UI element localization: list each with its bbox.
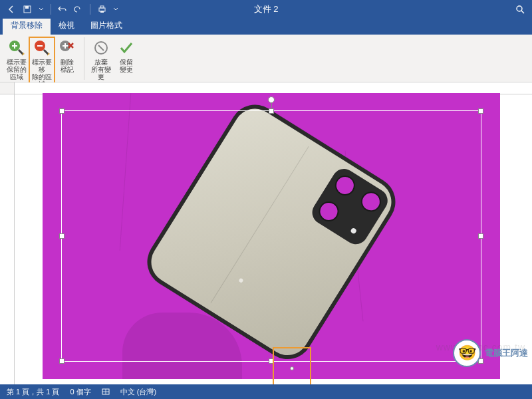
resize-handle[interactable] (269, 108, 274, 114)
ribbon-group-refine: 標示要 保留的區域 標示要移 除的區域 刪除 標記 (4, 37, 84, 80)
delete-mark-icon (58, 39, 76, 57)
qat-menu-icon[interactable] (39, 5, 44, 14)
title-bar: 文件 2 (0, 0, 532, 19)
label: 標記 (61, 66, 74, 73)
undo-icon[interactable] (58, 5, 67, 14)
resize-handle[interactable] (478, 108, 483, 114)
label: 保留的區域 (5, 66, 28, 80)
selection-marquee[interactable] (61, 110, 481, 362)
tab-view[interactable]: 檢視 (51, 17, 82, 35)
ruler-corner (0, 82, 15, 94)
label: 所有變更 (90, 66, 112, 80)
tab-picture-format[interactable]: 圖片格式 (82, 17, 130, 35)
vertical-ruler[interactable] (0, 94, 15, 384)
search-icon[interactable] (515, 4, 525, 15)
quick-access-toolbar (0, 0, 125, 19)
label: 標示要 (7, 59, 27, 66)
watermark-avatar-icon: 🤓 (453, 339, 481, 367)
watermark: 🤓 電腦王阿達 (453, 339, 528, 367)
svg-rect-4 (100, 11, 104, 13)
label: 變更 (120, 66, 133, 73)
delete-mark-button[interactable]: 刪除 標記 (55, 37, 80, 73)
label: 標示要移 (31, 59, 53, 73)
discard-icon (92, 39, 110, 57)
svg-rect-1 (25, 6, 29, 9)
redo-icon[interactable] (74, 5, 83, 14)
mark-remove-button[interactable]: 標示要移 除的區域 (29, 37, 55, 88)
page[interactable]: 點選標示要移除的區域 www.kocpc.com.tw 🤓 電腦王阿達 (15, 94, 532, 384)
discard-changes-button[interactable]: 放棄 所有變更 (88, 37, 114, 80)
resize-handle[interactable] (59, 358, 65, 364)
ribbon-tabs: 背景移除 檢視 圖片格式 (0, 19, 532, 35)
checkmark-icon (117, 39, 136, 57)
resize-handle[interactable] (59, 108, 65, 114)
rotate-handle[interactable] (268, 96, 275, 103)
keep-changes-button[interactable]: 保留 變更 (114, 37, 139, 73)
document-canvas[interactable]: 點選標示要移除的區域 www.kocpc.com.tw 🤓 電腦王阿達 (0, 82, 532, 384)
print-icon[interactable] (97, 5, 106, 14)
mark-keep-button[interactable]: 標示要 保留的區域 (4, 37, 29, 80)
status-language[interactable]: 中文 (台灣) (120, 387, 156, 397)
minus-circle-icon (33, 39, 51, 57)
plus-circle-icon (7, 39, 26, 57)
label: 刪除 (61, 59, 74, 66)
ribbon-group-close: 放棄 所有變更 保留 變更 (88, 37, 143, 80)
label: 放棄 (94, 59, 108, 66)
back-icon[interactable] (7, 5, 16, 14)
svg-rect-3 (100, 6, 104, 8)
qat-menu-icon[interactable] (113, 5, 118, 14)
language-icon[interactable] (102, 388, 110, 396)
status-word-count[interactable]: 0 個字 (70, 387, 90, 397)
status-page[interactable]: 第 1 頁，共 1 頁 (7, 387, 59, 397)
resize-handle[interactable] (59, 233, 65, 239)
status-bar: 第 1 頁，共 1 頁 0 個字 中文 (台灣) (0, 384, 532, 399)
resize-handle[interactable] (269, 358, 274, 364)
tab-background-removal[interactable]: 背景移除 (3, 17, 51, 35)
selected-image[interactable] (43, 93, 500, 379)
separator (51, 4, 51, 15)
watermark-text: 電腦王阿達 (485, 347, 528, 359)
document-title: 文件 2 (254, 3, 279, 15)
save-icon[interactable] (23, 5, 32, 14)
separator (90, 4, 90, 15)
svg-point-5 (517, 6, 522, 11)
label: 保留 (120, 59, 133, 66)
ribbon: 標示要 保留的區域 標示要移 除的區域 刪除 標記 放棄 所有變更 (0, 35, 532, 82)
resize-handle[interactable] (478, 233, 483, 239)
